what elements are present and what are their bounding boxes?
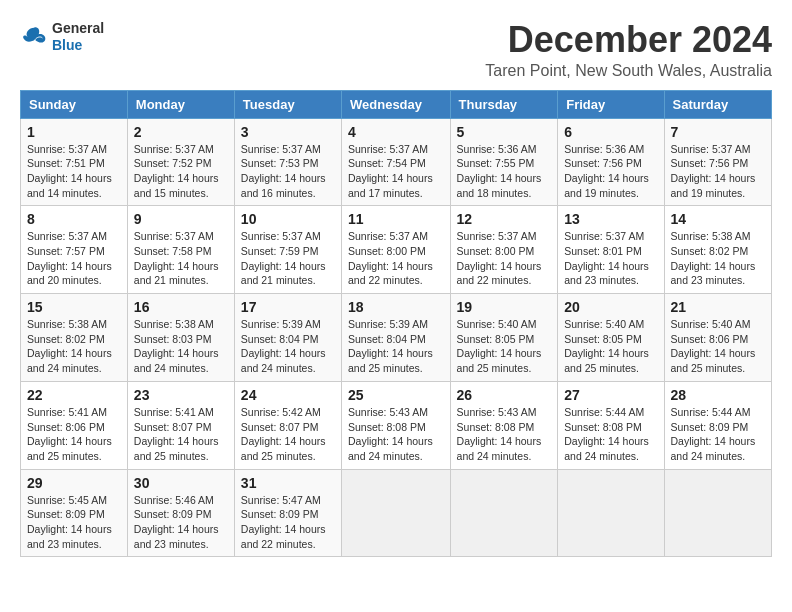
day-info: Sunrise: 5:37 AM Sunset: 8:01 PM Dayligh… bbox=[564, 229, 657, 288]
day-number: 13 bbox=[564, 211, 657, 227]
logo-bird-icon bbox=[20, 23, 48, 51]
calendar-cell: 6 Sunrise: 5:36 AM Sunset: 7:56 PM Dayli… bbox=[558, 118, 664, 206]
day-info: Sunrise: 5:44 AM Sunset: 8:09 PM Dayligh… bbox=[671, 405, 765, 464]
day-info: Sunrise: 5:37 AM Sunset: 7:56 PM Dayligh… bbox=[671, 142, 765, 201]
day-number: 17 bbox=[241, 299, 335, 315]
calendar-cell bbox=[664, 469, 771, 557]
day-info: Sunrise: 5:39 AM Sunset: 8:04 PM Dayligh… bbox=[348, 317, 444, 376]
calendar-cell: 14 Sunrise: 5:38 AM Sunset: 8:02 PM Dayl… bbox=[664, 206, 771, 294]
day-number: 31 bbox=[241, 475, 335, 491]
day-info: Sunrise: 5:36 AM Sunset: 7:55 PM Dayligh… bbox=[457, 142, 552, 201]
day-number: 30 bbox=[134, 475, 228, 491]
calendar-cell: 2 Sunrise: 5:37 AM Sunset: 7:52 PM Dayli… bbox=[127, 118, 234, 206]
day-info: Sunrise: 5:40 AM Sunset: 8:06 PM Dayligh… bbox=[671, 317, 765, 376]
day-number: 12 bbox=[457, 211, 552, 227]
day-number: 29 bbox=[27, 475, 121, 491]
calendar-cell: 16 Sunrise: 5:38 AM Sunset: 8:03 PM Dayl… bbox=[127, 294, 234, 382]
weekday-header-friday: Friday bbox=[558, 90, 664, 118]
day-info: Sunrise: 5:37 AM Sunset: 8:00 PM Dayligh… bbox=[457, 229, 552, 288]
day-number: 11 bbox=[348, 211, 444, 227]
calendar-cell: 30 Sunrise: 5:46 AM Sunset: 8:09 PM Dayl… bbox=[127, 469, 234, 557]
day-info: Sunrise: 5:39 AM Sunset: 8:04 PM Dayligh… bbox=[241, 317, 335, 376]
weekday-header-saturday: Saturday bbox=[664, 90, 771, 118]
calendar-week-row: 8 Sunrise: 5:37 AM Sunset: 7:57 PM Dayli… bbox=[21, 206, 772, 294]
day-number: 18 bbox=[348, 299, 444, 315]
calendar-week-row: 22 Sunrise: 5:41 AM Sunset: 8:06 PM Dayl… bbox=[21, 381, 772, 469]
calendar-cell: 28 Sunrise: 5:44 AM Sunset: 8:09 PM Dayl… bbox=[664, 381, 771, 469]
day-info: Sunrise: 5:40 AM Sunset: 8:05 PM Dayligh… bbox=[564, 317, 657, 376]
day-number: 16 bbox=[134, 299, 228, 315]
day-number: 28 bbox=[671, 387, 765, 403]
day-number: 7 bbox=[671, 124, 765, 140]
calendar-week-row: 1 Sunrise: 5:37 AM Sunset: 7:51 PM Dayli… bbox=[21, 118, 772, 206]
day-info: Sunrise: 5:37 AM Sunset: 7:51 PM Dayligh… bbox=[27, 142, 121, 201]
calendar-cell: 8 Sunrise: 5:37 AM Sunset: 7:57 PM Dayli… bbox=[21, 206, 128, 294]
calendar-cell: 4 Sunrise: 5:37 AM Sunset: 7:54 PM Dayli… bbox=[342, 118, 451, 206]
day-number: 5 bbox=[457, 124, 552, 140]
day-info: Sunrise: 5:44 AM Sunset: 8:08 PM Dayligh… bbox=[564, 405, 657, 464]
day-number: 6 bbox=[564, 124, 657, 140]
calendar-cell: 1 Sunrise: 5:37 AM Sunset: 7:51 PM Dayli… bbox=[21, 118, 128, 206]
calendar-cell: 10 Sunrise: 5:37 AM Sunset: 7:59 PM Dayl… bbox=[234, 206, 341, 294]
calendar-cell bbox=[450, 469, 558, 557]
calendar-cell: 3 Sunrise: 5:37 AM Sunset: 7:53 PM Dayli… bbox=[234, 118, 341, 206]
page-header: General Blue December 2024 Taren Point, … bbox=[20, 20, 772, 80]
weekday-header-sunday: Sunday bbox=[21, 90, 128, 118]
day-info: Sunrise: 5:37 AM Sunset: 7:52 PM Dayligh… bbox=[134, 142, 228, 201]
day-info: Sunrise: 5:37 AM Sunset: 7:53 PM Dayligh… bbox=[241, 142, 335, 201]
day-info: Sunrise: 5:41 AM Sunset: 8:06 PM Dayligh… bbox=[27, 405, 121, 464]
weekday-header-wednesday: Wednesday bbox=[342, 90, 451, 118]
calendar-cell: 20 Sunrise: 5:40 AM Sunset: 8:05 PM Dayl… bbox=[558, 294, 664, 382]
logo-text: General Blue bbox=[52, 20, 104, 54]
day-number: 8 bbox=[27, 211, 121, 227]
day-info: Sunrise: 5:43 AM Sunset: 8:08 PM Dayligh… bbox=[348, 405, 444, 464]
calendar-body: 1 Sunrise: 5:37 AM Sunset: 7:51 PM Dayli… bbox=[21, 118, 772, 557]
day-number: 26 bbox=[457, 387, 552, 403]
calendar-week-row: 15 Sunrise: 5:38 AM Sunset: 8:02 PM Dayl… bbox=[21, 294, 772, 382]
calendar-cell: 11 Sunrise: 5:37 AM Sunset: 8:00 PM Dayl… bbox=[342, 206, 451, 294]
day-number: 2 bbox=[134, 124, 228, 140]
calendar-cell: 12 Sunrise: 5:37 AM Sunset: 8:00 PM Dayl… bbox=[450, 206, 558, 294]
day-number: 4 bbox=[348, 124, 444, 140]
day-number: 21 bbox=[671, 299, 765, 315]
day-number: 9 bbox=[134, 211, 228, 227]
day-number: 23 bbox=[134, 387, 228, 403]
calendar-cell: 21 Sunrise: 5:40 AM Sunset: 8:06 PM Dayl… bbox=[664, 294, 771, 382]
calendar-week-row: 29 Sunrise: 5:45 AM Sunset: 8:09 PM Dayl… bbox=[21, 469, 772, 557]
day-number: 20 bbox=[564, 299, 657, 315]
calendar-cell: 17 Sunrise: 5:39 AM Sunset: 8:04 PM Dayl… bbox=[234, 294, 341, 382]
calendar-cell: 7 Sunrise: 5:37 AM Sunset: 7:56 PM Dayli… bbox=[664, 118, 771, 206]
day-number: 27 bbox=[564, 387, 657, 403]
calendar-cell: 29 Sunrise: 5:45 AM Sunset: 8:09 PM Dayl… bbox=[21, 469, 128, 557]
calendar-cell: 25 Sunrise: 5:43 AM Sunset: 8:08 PM Dayl… bbox=[342, 381, 451, 469]
day-number: 1 bbox=[27, 124, 121, 140]
calendar-table: SundayMondayTuesdayWednesdayThursdayFrid… bbox=[20, 90, 772, 558]
calendar-cell: 9 Sunrise: 5:37 AM Sunset: 7:58 PM Dayli… bbox=[127, 206, 234, 294]
day-number: 19 bbox=[457, 299, 552, 315]
calendar-cell: 23 Sunrise: 5:41 AM Sunset: 8:07 PM Dayl… bbox=[127, 381, 234, 469]
day-info: Sunrise: 5:36 AM Sunset: 7:56 PM Dayligh… bbox=[564, 142, 657, 201]
weekday-header-monday: Monday bbox=[127, 90, 234, 118]
calendar-cell bbox=[558, 469, 664, 557]
day-number: 25 bbox=[348, 387, 444, 403]
logo: General Blue bbox=[20, 20, 104, 54]
day-info: Sunrise: 5:37 AM Sunset: 7:54 PM Dayligh… bbox=[348, 142, 444, 201]
day-info: Sunrise: 5:38 AM Sunset: 8:03 PM Dayligh… bbox=[134, 317, 228, 376]
calendar-cell: 31 Sunrise: 5:47 AM Sunset: 8:09 PM Dayl… bbox=[234, 469, 341, 557]
day-number: 24 bbox=[241, 387, 335, 403]
day-info: Sunrise: 5:47 AM Sunset: 8:09 PM Dayligh… bbox=[241, 493, 335, 552]
day-number: 10 bbox=[241, 211, 335, 227]
day-info: Sunrise: 5:38 AM Sunset: 8:02 PM Dayligh… bbox=[671, 229, 765, 288]
day-number: 14 bbox=[671, 211, 765, 227]
weekday-header-row: SundayMondayTuesdayWednesdayThursdayFrid… bbox=[21, 90, 772, 118]
month-title: December 2024 bbox=[485, 20, 772, 60]
calendar-cell: 27 Sunrise: 5:44 AM Sunset: 8:08 PM Dayl… bbox=[558, 381, 664, 469]
calendar-cell: 19 Sunrise: 5:40 AM Sunset: 8:05 PM Dayl… bbox=[450, 294, 558, 382]
title-area: December 2024 Taren Point, New South Wal… bbox=[485, 20, 772, 80]
calendar-cell: 26 Sunrise: 5:43 AM Sunset: 8:08 PM Dayl… bbox=[450, 381, 558, 469]
day-number: 22 bbox=[27, 387, 121, 403]
day-info: Sunrise: 5:37 AM Sunset: 7:57 PM Dayligh… bbox=[27, 229, 121, 288]
day-info: Sunrise: 5:37 AM Sunset: 7:58 PM Dayligh… bbox=[134, 229, 228, 288]
day-info: Sunrise: 5:37 AM Sunset: 7:59 PM Dayligh… bbox=[241, 229, 335, 288]
day-number: 3 bbox=[241, 124, 335, 140]
